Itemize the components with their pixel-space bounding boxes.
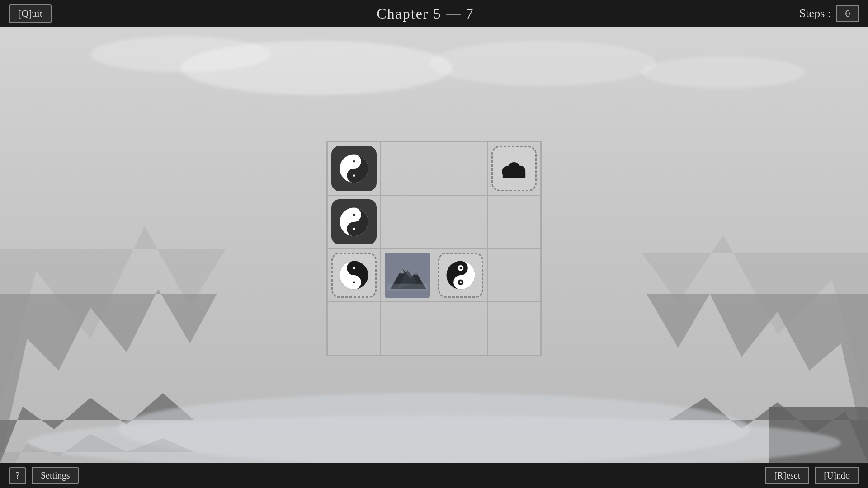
svg-point-46: [460, 281, 462, 283]
cell-0-0[interactable]: [327, 142, 381, 195]
tile-mountain: [385, 253, 430, 298]
chapter-title: Chapter 5 — 7: [377, 5, 474, 22]
tile-dark-0-0: [331, 146, 377, 191]
svg-rect-41: [387, 284, 428, 291]
svg-point-35: [353, 281, 355, 283]
reset-button[interactable]: [R]eset: [765, 467, 809, 484]
help-button[interactable]: ?: [9, 467, 26, 484]
cell-2-1[interactable]: [381, 249, 434, 302]
undo-button[interactable]: [U]ndo: [815, 467, 859, 484]
quit-button[interactable]: [Q]uit: [9, 4, 52, 23]
yinyang-white-icon: [338, 153, 370, 184]
bottom-bar: ? Settings [R]eset [U]ndo: [0, 463, 868, 488]
svg-point-29: [353, 214, 355, 216]
svg-point-2: [90, 36, 271, 72]
bottom-left-controls: ? Settings: [9, 467, 79, 484]
settings-button[interactable]: Settings: [32, 467, 79, 484]
svg-point-30: [353, 228, 355, 230]
yinyang-target-icon: [338, 259, 370, 291]
steps-area: Steps : 0: [799, 5, 859, 22]
cell-2-3[interactable]: [487, 249, 541, 302]
yinyang-white-icon-2: [338, 206, 370, 238]
steps-count: 0: [836, 5, 859, 22]
tile-dark-1-0: [331, 199, 377, 244]
svg-point-34: [353, 267, 355, 269]
svg-point-13: [27, 416, 841, 470]
cell-3-1[interactable]: [381, 302, 434, 355]
cell-1-0[interactable]: [327, 195, 381, 249]
svg-point-18: [353, 160, 355, 163]
svg-point-45: [460, 267, 462, 269]
mountain-tile-icon: [387, 259, 428, 291]
svg-rect-25: [503, 172, 525, 178]
cell-2-2[interactable]: [434, 249, 487, 302]
cell-3-3[interactable]: [487, 302, 541, 355]
tile-target-cloud: [491, 146, 537, 191]
bottom-right-controls: [R]eset [U]ndo: [765, 467, 859, 484]
cell-0-3[interactable]: [487, 142, 541, 195]
cell-3-2[interactable]: [434, 302, 487, 355]
cell-3-0[interactable]: [327, 302, 381, 355]
tile-target-yinyang-light: [331, 253, 377, 298]
top-bar: [Q]uit Chapter 5 — 7 Steps : 0: [0, 0, 868, 27]
game-grid: [326, 141, 542, 356]
svg-point-3: [429, 41, 656, 86]
tile-target-yinyang-dark: [438, 253, 483, 298]
svg-point-4: [642, 56, 805, 88]
cell-0-2[interactable]: [434, 142, 487, 195]
cell-1-3[interactable]: [487, 195, 541, 249]
cell-2-0[interactable]: [327, 249, 381, 302]
cloud-icon: [498, 157, 530, 180]
steps-label: Steps :: [799, 7, 831, 20]
cell-0-1[interactable]: [381, 142, 434, 195]
svg-point-19: [353, 174, 355, 177]
cell-1-2[interactable]: [434, 195, 487, 249]
game-container: [326, 141, 542, 356]
yinyang-target-dark-icon: [445, 259, 476, 291]
cell-1-1[interactable]: [381, 195, 434, 249]
